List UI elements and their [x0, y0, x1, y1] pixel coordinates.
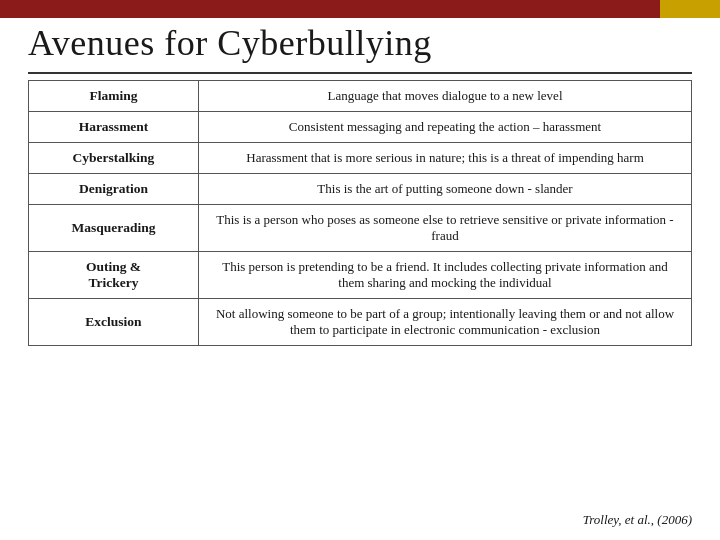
table-row: CyberstalkingHarassment that is more ser…	[29, 143, 691, 174]
table-row: ExclusionNot allowing someone to be part…	[29, 299, 691, 345]
table-row: HarassmentConsistent messaging and repea…	[29, 112, 691, 143]
table-row: DenigrationThis is the art of putting so…	[29, 174, 691, 205]
table-row: FlamingLanguage that moves dialogue to a…	[29, 81, 691, 112]
table-row: Outing & TrickeryThis person is pretendi…	[29, 252, 691, 299]
definition-cell: This is the art of putting someone down …	[199, 174, 691, 204]
definition-cell: Not allowing someone to be part of a gro…	[199, 299, 691, 345]
definition-cell: This is a person who poses as someone el…	[199, 205, 691, 251]
term-cell: Flaming	[29, 81, 199, 111]
top-bar	[0, 0, 720, 18]
definition-cell: Language that moves dialogue to a new le…	[199, 81, 691, 111]
citation: Trolley, et al., (2006)	[583, 512, 692, 528]
term-cell: Harassment	[29, 112, 199, 142]
definition-cell: Consistent messaging and repeating the a…	[199, 112, 691, 142]
definition-cell: Harassment that is more serious in natur…	[199, 143, 691, 173]
term-cell: Denigration	[29, 174, 199, 204]
term-cell: Masquerading	[29, 205, 199, 251]
main-table: FlamingLanguage that moves dialogue to a…	[28, 80, 692, 346]
page-title: Avenues for Cyberbullying	[28, 22, 432, 64]
divider-line	[28, 72, 692, 74]
term-cell: Outing & Trickery	[29, 252, 199, 298]
definition-cell: This person is pretending to be a friend…	[199, 252, 691, 298]
term-cell: Exclusion	[29, 299, 199, 345]
top-bar-accent	[660, 0, 720, 18]
term-cell: Cyberstalking	[29, 143, 199, 173]
table-row: MasqueradingThis is a person who poses a…	[29, 205, 691, 252]
